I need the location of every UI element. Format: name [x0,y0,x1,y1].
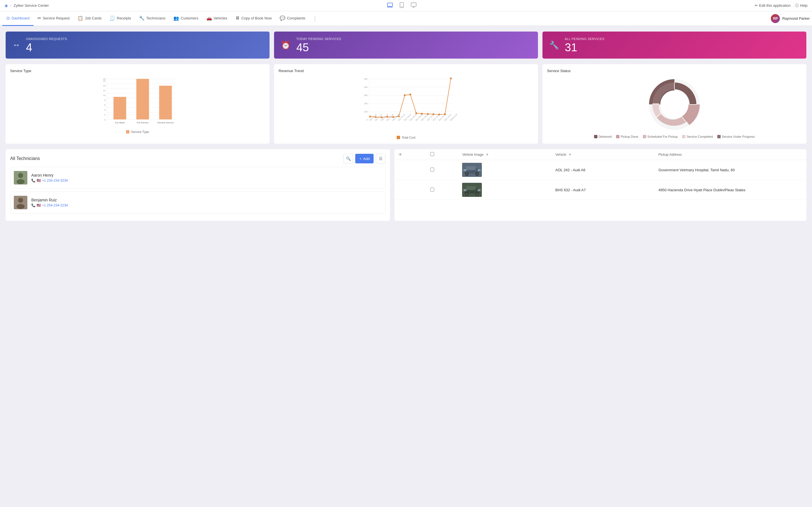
all-pending-value: 31 [565,42,605,53]
unassigned-icon: ↔ [12,41,20,50]
nav-label-service-request: Service Request [43,16,70,20]
nav-item-job-cards[interactable]: 📋 Job Cards [73,11,105,26]
top-bar-actions: ✏ Edit this application ⓘ Help [755,3,808,8]
eye-icon: 👁 [398,152,402,157]
search-icon: 🔍 [346,156,351,161]
nav-more-button[interactable]: ⋮ [309,15,320,22]
legend-dot-scheduled-pickup [643,135,646,138]
th-vehicle-image: Vehicle Image ▼ [458,149,551,160]
top-bar: ◈ › Zylker Service Center ✏ [0,0,812,11]
svg-rect-0 [388,3,393,6]
table-row[interactable]: AOL 242 - Audi A6 Government Vetrinary H… [395,160,806,180]
legend-service-completed: Service Completed [682,135,713,138]
th-eye: 👁 [395,149,426,160]
line-chart-svg: 0 100 200 300 400 500 [278,76,534,133]
nav-label-customers: Customers [181,16,199,20]
tech-phone-benjamin: 📞 🇺🇸 +1 254-234-2234 [31,203,68,207]
row-checkbox-1[interactable] [430,168,434,172]
filter-icon: ☰ [379,156,383,161]
td-eye-1 [395,160,426,180]
unassigned-value: 4 [26,42,67,53]
tech-item-aaron[interactable]: Aaron Henry 📞 🇺🇸 +1 234-234-3234 [10,167,386,189]
td-pickup-1: Government Vetrinary Hospital, Tamil Nad… [654,160,806,180]
sort-icon[interactable]: ▼ [486,153,489,157]
svg-point-2 [402,6,402,7]
table-row[interactable]: BHS 632 - Audi A7 4950 Hacienda Drive Hy… [395,180,806,200]
help-button[interactable]: ⓘ Help [795,3,808,8]
nav-item-vehicles[interactable]: 🚗 Vehicles [202,11,231,26]
donut-legend: Delivered Pickup Done Scheduled For Pick… [594,135,755,138]
vehicles-icon: 🚗 [206,15,212,21]
td-vehicle-1: AOL 242 - Audi A6 [552,160,654,180]
svg-text:100: 100 [364,110,368,113]
svg-rect-77 [477,169,480,171]
row-checkbox-2[interactable] [430,187,434,191]
data-point [369,116,371,117]
svg-text:8: 8 [104,99,106,101]
search-button[interactable]: 🔍 [343,154,353,163]
legend-service-under-progress: Service Under Progress [717,135,755,138]
laptop-icon[interactable] [387,2,393,9]
technicians-actions: 🔍 + Add ☰ [343,154,386,163]
tablet-icon[interactable] [399,2,405,9]
nav-user[interactable]: RP Raymond Parker [771,14,810,23]
legend-label-pickup-done: Pickup Done [620,135,638,138]
nav-item-copy-book-now[interactable]: 🖥 Copy of Book Now [231,11,276,26]
edit-app-button[interactable]: ✏ Edit this application [755,3,791,8]
stat-unassigned[interactable]: ↔ UNASSIGNED REQUESTS 4 [6,32,269,59]
legend-label-service-type: Service Type [131,130,149,133]
bar-chart-svg: 0 2 4 6 8 10 12 14 16 18 Car Wash [10,76,265,127]
donut-svg-clean [646,76,703,133]
nav-item-technicians[interactable]: 🔧 Technicians [135,11,169,26]
service-status-title: Service Status [547,69,802,73]
svg-point-65 [17,179,24,184]
svg-text:Car Wash: Car Wash [115,121,125,124]
svg-text:10: 10 [103,94,106,97]
flag-us-2: 🇺🇸 [37,203,41,207]
data-point [409,94,411,95]
legend-pickup-done: Pickup Done [616,135,638,138]
vehicles-table: 👁 Vehicle Image ▼ Vehicle ▼ [395,149,806,200]
legend-label-revenue: Total Cost [402,136,416,139]
receipts-icon: 🧾 [109,15,115,21]
stat-all-pending[interactable]: 🔧 ALL PENDING SERVICES 31 [543,32,806,59]
svg-rect-71 [466,166,476,170]
bar-general-service [159,86,172,119]
td-pickup-2: 4950 Hacienda Drive Hyatt Place Dublin/P… [654,180,806,200]
flag-us: 🇺🇸 [37,179,41,182]
tech-item-benjamin[interactable]: Benjamin Ruiz 📞 🇺🇸 +1 254-234-2234 [10,191,386,214]
monitor-icon[interactable] [410,2,417,9]
th-vehicle-label: Vehicle [555,153,566,157]
pencil-icon: ✏ [755,3,758,8]
nav-item-receipts[interactable]: 🧾 Receipts [105,11,135,26]
help-icon: ⓘ [795,3,799,8]
filter-button[interactable]: ☰ [376,154,386,163]
nav-item-service-request[interactable]: ✏ Service Request [34,11,73,26]
svg-text:6: 6 [104,104,106,106]
svg-text:0: 0 [366,119,368,121]
svg-point-73 [466,173,468,175]
phone-number-benjamin: +1 254-234-2234 [42,203,68,207]
vehicle-image-2 [462,183,482,197]
nav-item-dashboard[interactable]: ⊙ Dashboard [2,11,34,26]
td-check-1 [426,160,458,180]
service-type-title: Service Type [10,69,265,73]
nav-label-dashboard: Dashboard [11,16,30,20]
svg-rect-3 [411,3,416,6]
tech-name-benjamin: Benjamin Ruiz [31,198,68,202]
vehicles-panel: 👁 Vehicle Image ▼ Vehicle ▼ [395,149,806,221]
data-point [404,94,405,96]
nav-label-technicians: Technicians [146,16,165,20]
add-technician-button[interactable]: + Add [355,154,373,163]
data-point [450,77,452,79]
complaints-icon: 💬 [280,15,285,21]
nav-item-customers[interactable]: 👥 Customers [169,11,202,26]
revenue-line [370,78,451,117]
service-request-icon: ✏ [38,15,41,21]
select-all-checkbox[interactable] [430,152,434,156]
data-point [392,116,394,118]
legend-dot-delivered [594,135,598,138]
sort-icon-vehicle[interactable]: ▼ [568,153,572,157]
stat-today-pending[interactable]: ⏰ TODAY PENDING SERVICES 45 [274,32,538,59]
nav-item-complaints[interactable]: 💬 Complaints [276,11,309,26]
